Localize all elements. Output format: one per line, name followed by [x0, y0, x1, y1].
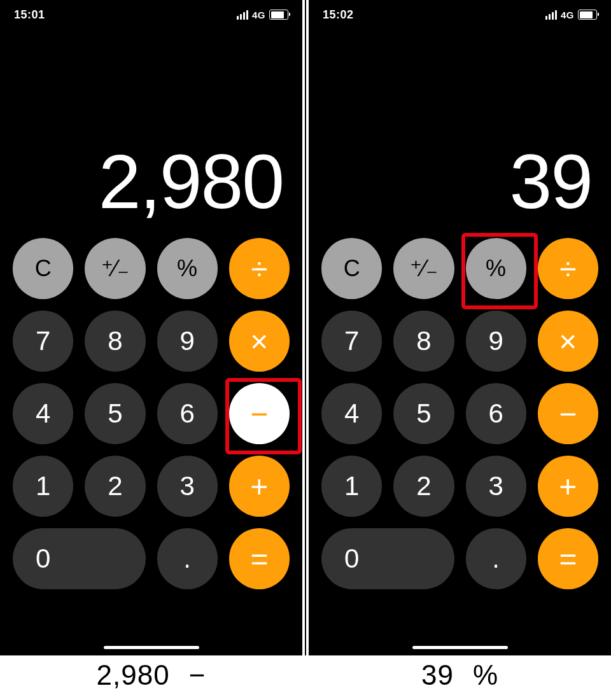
plus-button[interactable]: + — [538, 456, 598, 517]
divide-button[interactable]: ÷ — [538, 238, 598, 299]
digit-3-button[interactable]: 3 — [466, 456, 526, 517]
digit-2-button[interactable]: 2 — [393, 456, 454, 517]
multiply-button[interactable]: × — [538, 311, 598, 372]
multiply-button[interactable]: × — [229, 311, 290, 372]
home-indicator[interactable] — [104, 646, 199, 649]
phone-pair: 15:01 4G 2,980 C ⁺∕₋ % ÷ 7 8 9 — [0, 0, 611, 655]
caption-op: % — [473, 659, 498, 690]
percent-button[interactable]: % — [157, 238, 218, 299]
status-time: 15:02 — [323, 8, 354, 22]
digit-9-button[interactable]: 9 — [157, 311, 218, 372]
caption-left: 2,980− — [0, 659, 302, 691]
battery-icon — [578, 10, 597, 20]
comparison-stage: 15:01 4G 2,980 C ⁺∕₋ % ÷ 7 8 9 — [0, 0, 611, 700]
keypad: C ⁺∕₋ % ÷ 7 8 9 × 4 5 6 − — [321, 238, 598, 601]
phone-left: 15:01 4G 2,980 C ⁺∕₋ % ÷ 7 8 9 — [0, 0, 302, 655]
decimal-button[interactable]: . — [157, 528, 218, 589]
caption-op: − — [189, 659, 206, 690]
clear-button[interactable]: C — [321, 238, 382, 299]
digit-5-button[interactable]: 5 — [393, 383, 454, 444]
network-label: 4G — [561, 10, 574, 20]
status-bar: 15:02 4G — [309, 0, 611, 29]
digit-6-button[interactable]: 6 — [466, 383, 526, 444]
calculator-display: 39 — [309, 124, 592, 220]
clear-button[interactable]: C — [13, 238, 73, 299]
digit-1-button[interactable]: 1 — [321, 456, 382, 517]
home-indicator[interactable] — [412, 646, 508, 649]
status-bar: 15:01 4G — [0, 0, 302, 29]
equals-button[interactable]: = — [538, 528, 598, 589]
digit-6-button[interactable]: 6 — [157, 383, 218, 444]
calculator-display: 2,980 — [0, 124, 283, 220]
digit-0-button[interactable]: 0 — [13, 528, 146, 589]
network-label: 4G — [252, 10, 265, 20]
sign-button[interactable]: ⁺∕₋ — [393, 238, 454, 299]
minus-button[interactable]: − — [538, 383, 598, 444]
battery-icon — [269, 10, 288, 20]
decimal-button[interactable]: . — [466, 528, 526, 589]
digit-3-button[interactable]: 3 — [157, 456, 218, 517]
keypad: C ⁺∕₋ % ÷ 7 8 9 × 4 5 6 − — [13, 238, 290, 601]
signal-icon — [237, 10, 248, 20]
digit-0-button[interactable]: 0 — [321, 528, 454, 589]
caption-right: 39% — [309, 659, 611, 691]
divide-button[interactable]: ÷ — [229, 238, 290, 299]
equals-button[interactable]: = — [229, 528, 290, 589]
digit-5-button[interactable]: 5 — [85, 383, 145, 444]
minus-button[interactable]: − — [229, 383, 290, 444]
digit-8-button[interactable]: 8 — [393, 311, 454, 372]
digit-4-button[interactable]: 4 — [321, 383, 382, 444]
signal-icon — [545, 10, 557, 20]
caption-value: 2,980 — [97, 659, 170, 690]
digit-8-button[interactable]: 8 — [85, 311, 145, 372]
digit-4-button[interactable]: 4 — [13, 383, 73, 444]
status-time: 15:01 — [14, 8, 45, 22]
plus-button[interactable]: + — [229, 456, 290, 517]
phone-right: 15:02 4G 39 C ⁺∕₋ % ÷ 7 8 9 — [309, 0, 611, 655]
digit-9-button[interactable]: 9 — [466, 311, 526, 372]
caption-value: 39 — [421, 659, 454, 690]
digit-7-button[interactable]: 7 — [13, 311, 73, 372]
digit-1-button[interactable]: 1 — [13, 456, 73, 517]
sign-button[interactable]: ⁺∕₋ — [85, 238, 145, 299]
digit-2-button[interactable]: 2 — [85, 456, 145, 517]
percent-button[interactable]: % — [466, 238, 526, 299]
status-right: 4G — [237, 10, 288, 20]
status-right: 4G — [545, 10, 597, 20]
digit-7-button[interactable]: 7 — [321, 311, 382, 372]
